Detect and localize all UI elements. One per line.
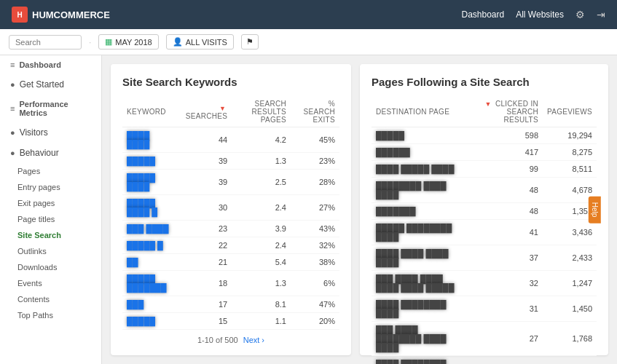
circle-icon-1: ● [10,80,15,89]
keyword-cell[interactable]: █████ ████ [122,170,178,195]
circle-icon-3: ● [10,149,15,157]
dest-page-cell[interactable]: ████ █████ ████ [372,161,468,178]
table-row: █████ ████ 39 2.5 28% [122,170,339,195]
pct-exits-cell: 23% [291,153,339,170]
dest-page-cell[interactable]: ███ ████ ████ ████ ████ █████ [372,271,468,296]
sidebar-item-visitors[interactable]: ● Visitors [0,122,101,143]
keyword-cell[interactable]: █████ █ [122,237,178,254]
col-pct-exits[interactable]: % SEARCH EXITS [291,97,339,127]
layout: ≡ Dashboard ● Get Started ≡ Performance … [0,55,617,364]
table-row: ████ █████ ████ 99 8,511 [372,161,597,178]
dest-page-cell[interactable]: ███ ████ ████████ ████ ████ [372,322,468,356]
sidebar-sub-downloads[interactable]: Downloads [0,259,101,275]
sidebar-sub-site-search[interactable]: Site Search [0,227,101,243]
table-row: ███ ████ ████ ████ ████ █████ 32 1,247 [372,271,597,296]
keyword-cell[interactable]: ███ [122,296,178,313]
sidebar: ≡ Dashboard ● Get Started ≡ Performance … [0,55,102,364]
table-row: ███████ 48 1,351 [372,203,597,220]
visits-filter-button[interactable]: 👤 ALL VISITS [166,34,234,50]
sidebar-sub-outlinks[interactable]: Outlinks [0,243,101,259]
sidebar-item-dashboard[interactable]: ≡ Dashboard [0,55,101,74]
pageviews-cell: 8,275 [543,144,597,161]
visits-label: ALL VISITS [186,38,227,47]
keyword-cell[interactable]: ███ ████ [122,221,178,237]
dest-page-cell[interactable]: ████ ████████ ████ [372,296,468,322]
clicked-cell: 32 [468,271,543,296]
results-pages-cell: 1.3 [232,271,291,296]
dest-page-cell[interactable]: ████ ████████ ████ █████ [372,356,468,365]
col-dest-page[interactable]: DESTINATION PAGE [372,97,468,127]
dest-page-cell[interactable]: █████ ████████ ████ [372,220,468,245]
keyword-cell[interactable]: █████ ███████ [122,271,178,296]
searches-cell: 22 [178,237,232,254]
col-searches[interactable]: ▼ SEARCHES [178,97,232,127]
pct-exits-cell: 43% [291,221,339,237]
clicked-cell: 417 [468,144,543,161]
help-tab[interactable]: Help [589,197,601,223]
pageviews-cell: 1,247 [543,271,597,296]
nav-all-websites[interactable]: All Websites [516,9,564,20]
dest-page-cell[interactable]: ██████ [372,144,468,161]
date-picker-button[interactable]: ▦ MAY 2018 [98,34,158,50]
site-search-card: Site Search Keywords KEYWORD ▼ SEARCHES … [111,64,351,355]
table-row: █████ █ 22 2.4 32% [122,237,339,254]
table-row: █████ 598 19,294 [372,127,597,144]
exit-icon[interactable]: ⇥ [597,9,605,20]
sidebar-label-performance: Performance Metrics [19,100,94,117]
sidebar-sub-entry-pages[interactable]: Entry pages [0,179,101,195]
pct-exits-cell: 38% [291,254,339,271]
searches-cell: 23 [178,221,232,237]
searches-cell: 39 [178,170,232,195]
dest-page-cell[interactable]: ████████ ████ ████ [372,178,468,203]
sidebar-sub-contents[interactable]: Contents [0,291,101,307]
dest-page-cell[interactable]: █████ [372,127,468,144]
circle-icon-2: ● [10,128,15,137]
sidebar-sub-exit-pages[interactable]: Exit pages [0,195,101,211]
sidebar-item-get-started[interactable]: ● Get Started [0,74,101,95]
clicked-cell: 48 [468,203,543,220]
sidebar-sub-page-titles[interactable]: Page titles [0,211,101,227]
results-pages-cell: 5.4 [232,254,291,271]
sidebar-item-behaviour[interactable]: ● Behaviour [0,143,101,163]
next-link[interactable]: Next › [243,336,264,344]
sidebar-sub-events[interactable]: Events [0,275,101,291]
keyword-cell[interactable]: █████ [122,313,178,330]
clicked-cell: 27 [468,322,543,356]
table-row: ████ ████ 44 4.2 45% [122,127,339,153]
gear-icon[interactable]: ⚙ [575,9,585,20]
results-pages-cell: 2.4 [232,195,291,221]
sidebar-item-performance[interactable]: ≡ Performance Metrics [0,95,101,122]
keyword-cell[interactable]: ████ ████ [122,127,178,153]
results-pages-cell: 2.5 [232,170,291,195]
keyword-cell[interactable]: █████ [122,153,178,170]
col-clicked[interactable]: ▼ CLICKED IN SEARCH RESULTS [468,97,543,127]
flag-button[interactable]: ⚑ [241,34,259,50]
main-content: Site Search Keywords KEYWORD ▼ SEARCHES … [102,55,617,364]
table-row: ████████ ████ ████ 48 4,678 [372,178,597,203]
col-keyword[interactable]: KEYWORD [122,97,178,127]
site-search-title: Site Search Keywords [122,76,339,88]
table-row: ████ ████ ████ ████ 37 2,433 [372,245,597,271]
sidebar-label-visitors: Visitors [20,127,48,138]
keyword-cell[interactable]: █████ ████ █ [122,195,178,221]
pages-following-card: Help Pages Following a Site Search DESTI… [360,64,608,355]
pageviews-cell: 1,697 [543,356,597,365]
nav-dashboard[interactable]: Dashboard [461,9,504,20]
results-pages-cell: 3.9 [232,221,291,237]
keyword-cell[interactable]: ██ [122,254,178,271]
calendar-icon: ▦ [105,37,112,47]
searches-cell: 17 [178,296,232,313]
searches-cell: 15 [178,313,232,330]
results-pages-cell: 1.1 [232,313,291,330]
col-pageviews[interactable]: PAGEVIEWS [543,97,597,127]
pageviews-cell: 1,450 [543,296,597,322]
dest-page-cell[interactable]: ████ ████ ████ ████ [372,245,468,271]
sort-arrow-icon: ▼ [219,105,226,112]
col-results-pages[interactable]: SEARCH RESULTS PAGES [232,97,291,127]
pageviews-cell: 2,433 [543,245,597,271]
dest-page-cell[interactable]: ███████ [372,203,468,220]
sidebar-sub-top-paths[interactable]: Top Paths [0,307,101,323]
pct-exits-cell: 32% [291,237,339,254]
search-input[interactable] [9,35,82,50]
sidebar-sub-pages[interactable]: Pages [0,163,101,179]
